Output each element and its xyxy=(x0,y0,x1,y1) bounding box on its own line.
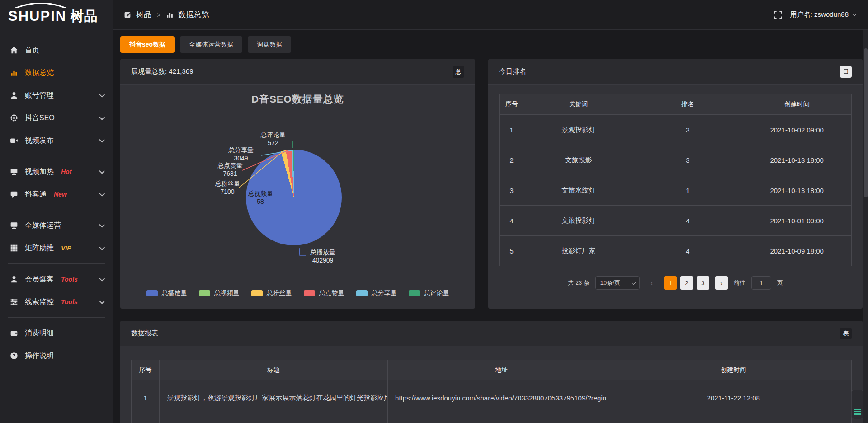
table-cell: 文旅水纹灯 xyxy=(524,175,633,206)
table-row-partial xyxy=(132,416,852,423)
bar-chart-icon xyxy=(166,11,174,19)
table-view-badge[interactable]: 表 xyxy=(840,328,852,339)
sidebar-item-heat[interactable]: 视频加热Hot xyxy=(0,160,113,183)
sidebar-item-label: 抖客通 xyxy=(25,190,47,199)
legend-label: 总粉丝量 xyxy=(267,289,292,297)
legend-swatch xyxy=(199,290,210,296)
chevron-down-icon xyxy=(99,168,105,174)
pie-label-likes: 总点赞量7681 xyxy=(210,161,250,178)
table-cell: 4 xyxy=(500,206,524,236)
sidebar-item-home[interactable]: 首页 xyxy=(0,39,113,61)
scrollbar-thumb[interactable] xyxy=(864,48,868,197)
report-url-link[interactable]: https://www.iesdouyin.com/share/video/70… xyxy=(388,380,615,416)
table-row[interactable]: 1 景观投影灯，夜游景观投影灯厂家展示展示落花灯在花园里的灯光投影应用效果 # … xyxy=(132,380,852,416)
legend-item[interactable]: 总分享量 xyxy=(356,289,397,297)
table-cell: 1 xyxy=(633,175,742,206)
legend-swatch xyxy=(251,290,263,296)
table-row[interactable]: 5投影灯厂家42021-10-09 18:00 xyxy=(500,236,852,266)
breadcrumb: 树品 > 数据总览 xyxy=(124,9,209,20)
day-view-badge[interactable]: 日 xyxy=(840,66,852,78)
sidebar-item-grid[interactable]: 矩阵助推VIP xyxy=(0,237,113,259)
column-header: 序号 xyxy=(132,360,160,380)
tab-2[interactable]: 询盘数据 xyxy=(248,36,291,53)
sidebar-item-wallet[interactable]: 消费明细 xyxy=(0,322,113,344)
chart-legend: 总播放量 总视频量 总粉丝量 总点赞量 总分享量 总评论量 xyxy=(120,289,475,297)
scrollbar[interactable] xyxy=(863,30,868,423)
next-page-button[interactable]: › xyxy=(715,276,728,290)
column-header: 创建时间 xyxy=(615,360,852,380)
tab-1[interactable]: 全媒体运营数据 xyxy=(180,36,242,53)
table-cell: 2021-10-13 18:00 xyxy=(742,175,852,206)
sidebar-item-label: 账号管理 xyxy=(25,91,54,100)
video-icon xyxy=(10,136,18,145)
legend-item[interactable]: 总播放量 xyxy=(146,289,187,297)
pie-label-comments: 总评论量572 xyxy=(256,131,290,147)
sidebar-item-label: 视频发布 xyxy=(25,136,54,146)
sidebar-item-label: 矩阵助推 xyxy=(25,244,54,253)
sidebar-item-label: 首页 xyxy=(25,46,39,55)
chevron-down-icon xyxy=(852,12,857,16)
fullscreen-icon[interactable] xyxy=(774,11,782,19)
table-cell: 2 xyxy=(500,145,524,175)
page-button-3[interactable]: 3 xyxy=(697,276,709,290)
sidebar-item-gear[interactable]: 抖音SEO xyxy=(0,107,113,129)
sidebar-item-video[interactable]: 视频发布 xyxy=(0,129,113,152)
chevron-down-icon xyxy=(632,280,636,285)
sliders-icon xyxy=(10,298,18,306)
user-icon xyxy=(10,91,18,99)
user-menu[interactable]: 用户名: zswodun88 xyxy=(790,10,855,19)
sidebar-item-chat[interactable]: 抖客通New xyxy=(0,183,113,206)
page-unit-label: 页 xyxy=(777,279,783,287)
username-label: 用户名: zswodun88 xyxy=(790,10,849,19)
svg-text:?: ? xyxy=(13,353,16,358)
legend-swatch xyxy=(409,290,420,296)
table-cell: 2021-10-02 09:00 xyxy=(742,115,852,145)
sidebar-item-member[interactable]: 会员爆客Tools xyxy=(0,268,113,291)
legend-item[interactable]: 总评论量 xyxy=(409,289,449,297)
table-cell: 2021-10-09 18:00 xyxy=(742,236,852,266)
legend-item[interactable]: 总点赞量 xyxy=(304,289,344,297)
sidebar-item-question[interactable]: ?操作说明 xyxy=(0,344,113,367)
legend-item[interactable]: 总粉丝量 xyxy=(251,289,292,297)
table-cell: 投影灯厂家 xyxy=(524,236,633,266)
sidebar-item-user[interactable]: 账号管理 xyxy=(0,84,113,107)
sidebar-item-label: 消费明细 xyxy=(25,329,54,338)
logo-text-en: SHUPIN xyxy=(8,8,66,24)
chevron-down-icon xyxy=(99,298,105,304)
ranking-panel-header: 今日排名 日 xyxy=(488,59,863,85)
floating-tool-widget[interactable] xyxy=(851,390,863,419)
page-button-2[interactable]: 2 xyxy=(680,276,693,290)
breadcrumb-root[interactable]: 树品 xyxy=(136,9,151,20)
sidebar-item-monitor[interactable]: 全媒体运营 xyxy=(0,214,113,237)
page-button-1[interactable]: 1 xyxy=(664,276,677,290)
table-row[interactable]: 3文旅水纹灯12021-10-13 18:00 xyxy=(500,175,852,206)
table-cell: 5 xyxy=(500,236,524,266)
table-cell: 3 xyxy=(633,115,742,145)
chat-icon xyxy=(10,190,18,198)
topbar-right: 用户名: zswodun88 xyxy=(774,10,855,19)
sidebar-item-label: 线索监控 xyxy=(25,297,54,307)
sidebar-item-tag: VIP xyxy=(61,244,71,252)
panel-douyin-seo: 展现量总数: 421,369 总 D音SEO数据量总览 总评论量572 总分享量… xyxy=(120,59,475,309)
goto-page-input[interactable] xyxy=(751,276,771,290)
app-root: SHUPIN 树品 首页数据总览账号管理抖音SEO视频发布视频加热Hot抖客通N… xyxy=(0,0,868,423)
tab-0[interactable]: 抖音seo数据 xyxy=(120,36,175,53)
sidebar-item-tag: New xyxy=(54,191,67,198)
table-row[interactable]: 4文旅投影灯42021-10-01 09:00 xyxy=(500,206,852,236)
table-row[interactable]: 2文旅投影32021-10-13 18:00 xyxy=(500,145,852,175)
chevron-down-icon xyxy=(99,114,105,120)
pie-label-shares: 总分享量3049 xyxy=(222,146,260,162)
table-row[interactable]: 1景观投影灯32021-10-02 09:00 xyxy=(500,115,852,145)
total-view-badge[interactable]: 总 xyxy=(453,66,464,78)
sidebar-divider xyxy=(8,263,105,264)
prev-page-button[interactable]: ‹ xyxy=(646,276,658,290)
breadcrumb-current: 数据总览 xyxy=(178,9,209,20)
sidebar-item-label: 会员爆客 xyxy=(25,275,54,284)
topbar: 树品 > 数据总览 用户名: zswodun88 xyxy=(113,0,868,30)
page-size-select[interactable]: 10条/页 xyxy=(595,276,640,290)
table-cell: 1 xyxy=(500,115,524,145)
legend-item[interactable]: 总视频量 xyxy=(199,289,240,297)
sidebar-item-sliders[interactable]: 线索监控Tools xyxy=(0,291,113,313)
sidebar-item-chart[interactable]: 数据总览 xyxy=(0,61,113,84)
column-header: 地址 xyxy=(388,360,615,380)
